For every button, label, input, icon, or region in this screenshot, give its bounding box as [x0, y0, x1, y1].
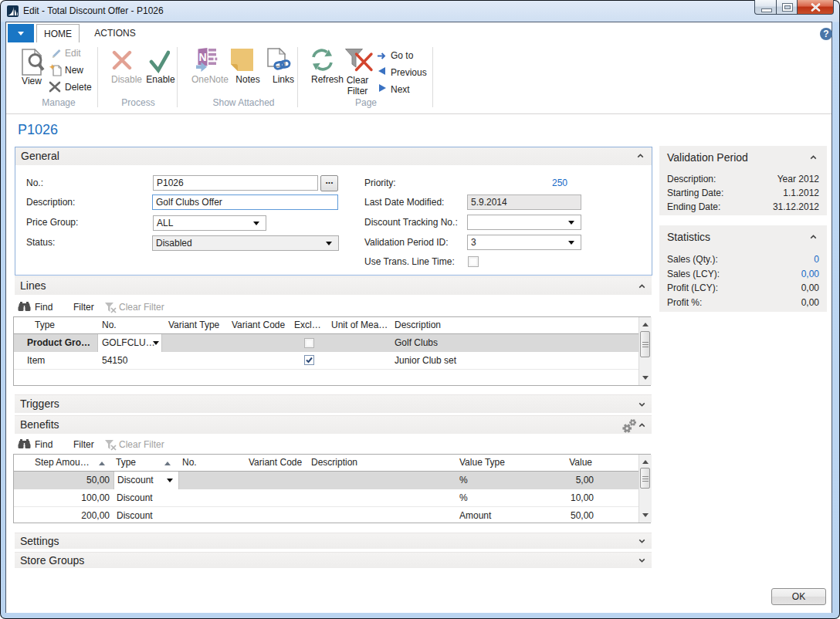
svg-text:N: N — [198, 51, 206, 63]
